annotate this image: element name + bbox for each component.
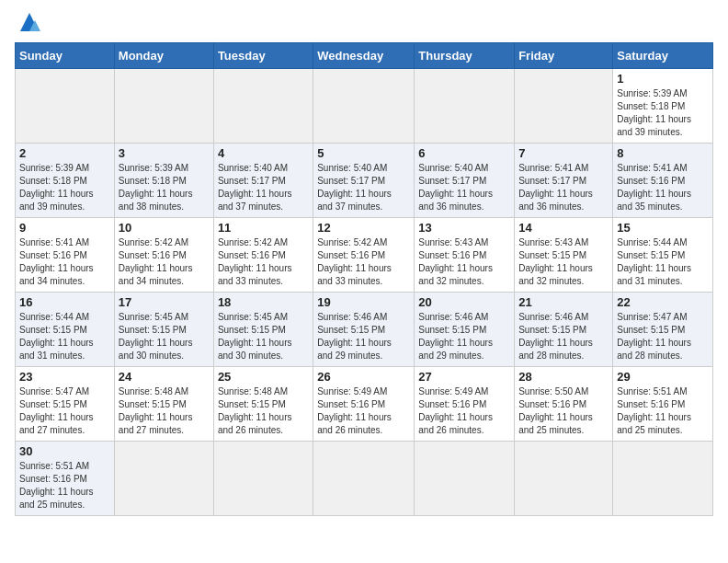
calendar-cell: 4Sunrise: 5:40 AM Sunset: 5:17 PM Daylig… (213, 144, 313, 218)
day-number: 5 (317, 146, 410, 160)
weekday-header-thursday: Thursday (415, 43, 515, 69)
day-number: 20 (418, 295, 510, 309)
day-info: Sunrise: 5:41 AM Sunset: 5:16 PM Dayligh… (617, 162, 709, 213)
calendar-week-row: 2Sunrise: 5:39 AM Sunset: 5:18 PM Daylig… (16, 144, 713, 218)
calendar-cell (613, 442, 713, 516)
calendar-week-row: 1Sunrise: 5:39 AM Sunset: 5:18 PM Daylig… (16, 69, 713, 144)
day-number: 22 (617, 295, 709, 309)
day-info: Sunrise: 5:44 AM Sunset: 5:15 PM Dayligh… (617, 236, 709, 288)
calendar-cell: 19Sunrise: 5:46 AM Sunset: 5:15 PM Dayli… (313, 293, 415, 367)
calendar-cell (313, 69, 415, 144)
calendar-cell: 13Sunrise: 5:43 AM Sunset: 5:16 PM Dayli… (415, 218, 515, 293)
calendar-cell: 17Sunrise: 5:45 AM Sunset: 5:15 PM Dayli… (114, 293, 213, 367)
calendar-cell (515, 69, 613, 144)
weekday-header-tuesday: Tuesday (213, 43, 313, 69)
day-number: 11 (218, 221, 309, 235)
calendar-cell: 15Sunrise: 5:44 AM Sunset: 5:15 PM Dayli… (613, 218, 713, 293)
day-info: Sunrise: 5:51 AM Sunset: 5:16 PM Dayligh… (19, 460, 110, 511)
calendar-cell (515, 442, 613, 516)
weekday-header-saturday: Saturday (613, 43, 713, 69)
day-info: Sunrise: 5:39 AM Sunset: 5:18 PM Dayligh… (617, 87, 709, 139)
day-info: Sunrise: 5:47 AM Sunset: 5:15 PM Dayligh… (617, 311, 709, 362)
day-number: 17 (119, 295, 210, 309)
calendar-cell: 25Sunrise: 5:48 AM Sunset: 5:15 PM Dayli… (213, 367, 313, 442)
day-info: Sunrise: 5:51 AM Sunset: 5:16 PM Dayligh… (617, 385, 709, 437)
day-number: 9 (19, 221, 110, 235)
day-info: Sunrise: 5:43 AM Sunset: 5:15 PM Dayligh… (518, 236, 609, 288)
calendar-cell (16, 69, 115, 144)
header (15, 9, 713, 35)
calendar-cell: 6Sunrise: 5:40 AM Sunset: 5:17 PM Daylig… (415, 144, 515, 218)
calendar: SundayMondayTuesdayWednesdayThursdayFrid… (15, 42, 713, 516)
calendar-cell: 24Sunrise: 5:48 AM Sunset: 5:15 PM Dayli… (114, 367, 213, 442)
day-info: Sunrise: 5:47 AM Sunset: 5:15 PM Dayligh… (19, 385, 110, 437)
logo-icon (17, 9, 42, 35)
day-info: Sunrise: 5:40 AM Sunset: 5:17 PM Dayligh… (317, 162, 410, 213)
day-number: 21 (518, 295, 609, 309)
calendar-week-row: 23Sunrise: 5:47 AM Sunset: 5:15 PM Dayli… (16, 367, 713, 442)
calendar-cell: 30Sunrise: 5:51 AM Sunset: 5:16 PM Dayli… (16, 442, 115, 516)
calendar-cell: 9Sunrise: 5:41 AM Sunset: 5:16 PM Daylig… (16, 218, 115, 293)
day-info: Sunrise: 5:49 AM Sunset: 5:16 PM Dayligh… (418, 385, 510, 437)
day-info: Sunrise: 5:44 AM Sunset: 5:15 PM Dayligh… (19, 311, 110, 362)
calendar-cell (213, 69, 313, 144)
calendar-cell (114, 69, 213, 144)
calendar-cell: 11Sunrise: 5:42 AM Sunset: 5:16 PM Dayli… (213, 218, 313, 293)
weekday-header-friday: Friday (515, 43, 613, 69)
day-number: 7 (518, 146, 609, 160)
weekday-header-wednesday: Wednesday (313, 43, 415, 69)
day-number: 15 (617, 221, 709, 235)
day-info: Sunrise: 5:42 AM Sunset: 5:16 PM Dayligh… (119, 236, 210, 288)
weekday-header-sunday: Sunday (16, 43, 115, 69)
day-number: 24 (119, 370, 210, 384)
day-info: Sunrise: 5:50 AM Sunset: 5:16 PM Dayligh… (518, 385, 609, 437)
day-number: 4 (218, 146, 309, 160)
day-number: 18 (218, 295, 309, 309)
calendar-cell: 21Sunrise: 5:46 AM Sunset: 5:15 PM Dayli… (515, 293, 613, 367)
day-info: Sunrise: 5:41 AM Sunset: 5:16 PM Dayligh… (19, 236, 110, 288)
day-info: Sunrise: 5:39 AM Sunset: 5:18 PM Dayligh… (19, 162, 110, 213)
calendar-cell (415, 442, 515, 516)
calendar-cell: 14Sunrise: 5:43 AM Sunset: 5:15 PM Dayli… (515, 218, 613, 293)
calendar-cell (213, 442, 313, 516)
day-number: 6 (418, 146, 510, 160)
day-number: 3 (119, 146, 210, 160)
calendar-cell: 28Sunrise: 5:50 AM Sunset: 5:16 PM Dayli… (515, 367, 613, 442)
day-info: Sunrise: 5:48 AM Sunset: 5:15 PM Dayligh… (119, 385, 210, 437)
weekday-header-monday: Monday (114, 43, 213, 69)
day-info: Sunrise: 5:43 AM Sunset: 5:16 PM Dayligh… (418, 236, 510, 288)
day-info: Sunrise: 5:46 AM Sunset: 5:15 PM Dayligh… (518, 311, 609, 362)
calendar-cell: 1Sunrise: 5:39 AM Sunset: 5:18 PM Daylig… (613, 69, 713, 144)
calendar-cell: 29Sunrise: 5:51 AM Sunset: 5:16 PM Dayli… (613, 367, 713, 442)
day-info: Sunrise: 5:40 AM Sunset: 5:17 PM Dayligh… (418, 162, 510, 213)
day-number: 8 (617, 146, 709, 160)
calendar-cell: 3Sunrise: 5:39 AM Sunset: 5:18 PM Daylig… (114, 144, 213, 218)
day-number: 19 (317, 295, 410, 309)
calendar-week-row: 16Sunrise: 5:44 AM Sunset: 5:15 PM Dayli… (16, 293, 713, 367)
calendar-week-row: 30Sunrise: 5:51 AM Sunset: 5:16 PM Dayli… (16, 442, 713, 516)
logo (15, 9, 42, 35)
day-info: Sunrise: 5:45 AM Sunset: 5:15 PM Dayligh… (119, 311, 210, 362)
day-info: Sunrise: 5:41 AM Sunset: 5:17 PM Dayligh… (518, 162, 609, 213)
day-info: Sunrise: 5:46 AM Sunset: 5:15 PM Dayligh… (418, 311, 510, 362)
day-number: 10 (119, 221, 210, 235)
day-number: 14 (518, 221, 609, 235)
day-number: 26 (317, 370, 410, 384)
day-info: Sunrise: 5:42 AM Sunset: 5:16 PM Dayligh… (317, 236, 410, 288)
page: SundayMondayTuesdayWednesdayThursdayFrid… (0, 0, 728, 531)
day-number: 13 (418, 221, 510, 235)
day-info: Sunrise: 5:42 AM Sunset: 5:16 PM Dayligh… (218, 236, 309, 288)
calendar-week-row: 9Sunrise: 5:41 AM Sunset: 5:16 PM Daylig… (16, 218, 713, 293)
day-number: 28 (518, 370, 609, 384)
day-number: 12 (317, 221, 410, 235)
day-number: 16 (19, 295, 110, 309)
day-info: Sunrise: 5:49 AM Sunset: 5:16 PM Dayligh… (317, 385, 410, 437)
calendar-cell (415, 69, 515, 144)
calendar-cell: 23Sunrise: 5:47 AM Sunset: 5:15 PM Dayli… (16, 367, 115, 442)
calendar-cell: 7Sunrise: 5:41 AM Sunset: 5:17 PM Daylig… (515, 144, 613, 218)
day-number: 2 (19, 146, 110, 160)
calendar-cell (114, 442, 213, 516)
calendar-cell: 18Sunrise: 5:45 AM Sunset: 5:15 PM Dayli… (213, 293, 313, 367)
calendar-cell: 5Sunrise: 5:40 AM Sunset: 5:17 PM Daylig… (313, 144, 415, 218)
day-number: 27 (418, 370, 510, 384)
